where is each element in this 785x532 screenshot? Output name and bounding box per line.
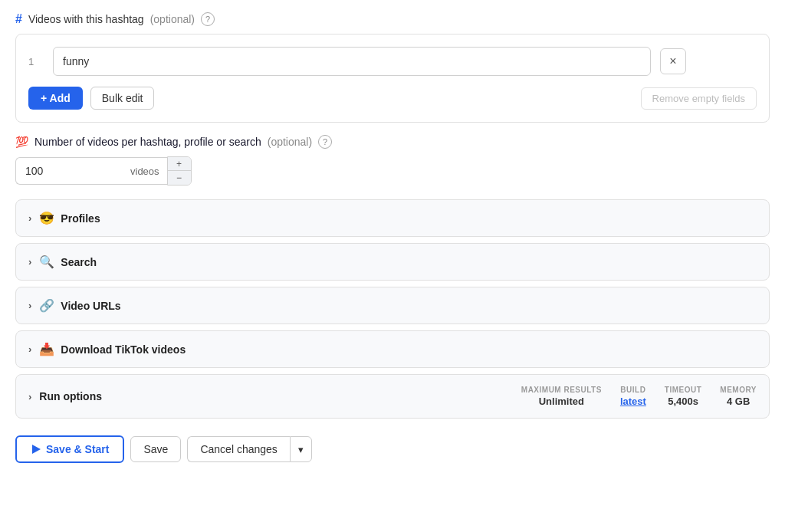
save-start-button[interactable]: Save & Start (15, 435, 124, 463)
save-start-label: Save & Start (46, 443, 109, 455)
section-title-3: Download TikTok videos (61, 343, 186, 356)
save-button[interactable]: Save (130, 436, 181, 462)
svg-marker-0 (32, 445, 41, 454)
action-bar: Save & Start Save Cancel changes ▾ (15, 432, 770, 463)
count-spinners: + − (167, 156, 192, 186)
hashtag-optional-label: (optional) (150, 13, 195, 25)
meta-item-memory: MEMORY 4 GB (720, 386, 757, 407)
meta-item-timeout: TIMEOUT 5,400s (665, 386, 702, 407)
run-options-section: › Run options MAXIMUM RESULTS Unlimited … (15, 374, 770, 419)
hashtag-row: 1 × (28, 47, 757, 76)
meta-value: 4 GB (727, 396, 750, 407)
collapsible-section-download-tiktok-videos: › 📥 Download TikTok videos (15, 330, 770, 368)
section-emoji-2: 🔗 (39, 298, 54, 313)
bulk-edit-button[interactable]: Bulk edit (90, 87, 155, 110)
collapsible-header-0[interactable]: › 😎 Profiles (16, 200, 769, 236)
count-input[interactable] (15, 157, 123, 185)
collapsible-section-video-urls: › 🔗 Video URLs (15, 287, 770, 324)
collapsible-header-2[interactable]: › 🔗 Video URLs (16, 287, 769, 323)
run-options-header[interactable]: › Run options MAXIMUM RESULTS Unlimited … (16, 375, 769, 418)
count-decrement-button[interactable]: − (168, 171, 191, 185)
meta-value[interactable]: latest (620, 396, 646, 407)
section-emoji-3: 📥 (39, 342, 54, 356)
videos-count-label: Number of videos per hashtag, profile or… (34, 136, 261, 148)
cancel-dropdown-button[interactable]: ▾ (290, 436, 312, 462)
collapsible-section-search: › 🔍 Search (15, 243, 770, 281)
chevron-icon-0: › (28, 212, 31, 224)
hash-icon: # (15, 12, 22, 26)
section-title-1: Search (61, 256, 97, 268)
play-icon (31, 444, 41, 455)
videos-count-section: 💯 Number of videos per hashtag, profile … (15, 135, 770, 186)
hashtag-input[interactable] (53, 47, 651, 76)
meta-value: 5,400s (668, 396, 698, 407)
videos-count-emoji: 💯 (15, 136, 28, 148)
count-unit-label: videos (123, 157, 167, 185)
cancel-group: Cancel changes ▾ (187, 436, 311, 462)
chevron-icon-2: › (28, 300, 31, 311)
cancel-button[interactable]: Cancel changes (187, 436, 289, 462)
hashtag-section-header: # Videos with this hashtag (optional) ? (15, 12, 770, 26)
collapsible-section-profiles: › 😎 Profiles (15, 199, 770, 237)
add-hashtag-button[interactable]: + Add (28, 87, 83, 110)
meta-label: TIMEOUT (665, 386, 702, 394)
row-number: 1 (28, 56, 44, 67)
hashtag-card: 1 × + Add Bulk edit Remove empty fields (15, 34, 770, 123)
meta-label: MAXIMUM RESULTS (521, 386, 602, 394)
section-emoji-1: 🔍 (39, 255, 54, 269)
run-options-meta: MAXIMUM RESULTS Unlimited BUILD latest T… (521, 386, 757, 407)
count-input-row: videos + − (15, 156, 770, 186)
run-options-chevron-icon: › (28, 391, 31, 402)
chevron-icon-1: › (28, 256, 31, 268)
videos-count-header: 💯 Number of videos per hashtag, profile … (15, 135, 770, 149)
collapsible-header-3[interactable]: › 📥 Download TikTok videos (16, 331, 769, 367)
hashtag-help-icon[interactable]: ? (201, 12, 215, 26)
meta-item-build: BUILD latest (620, 386, 646, 407)
run-options-title: Run options (39, 390, 102, 402)
meta-label: BUILD (620, 386, 645, 394)
section-emoji-0: 😎 (39, 211, 54, 225)
hashtag-buttons-row: + Add Bulk edit Remove empty fields (28, 87, 757, 110)
count-increment-button[interactable]: + (168, 157, 191, 171)
chevron-icon-3: › (28, 343, 31, 355)
hashtag-section-title: Videos with this hashtag (28, 13, 144, 25)
videos-count-optional: (optional) (268, 136, 312, 148)
videos-count-help-icon[interactable]: ? (318, 135, 332, 149)
remove-empty-button[interactable]: Remove empty fields (641, 87, 757, 110)
collapsible-sections-container: › 😎 Profiles › 🔍 Search › 🔗 Video URLs ›… (15, 199, 770, 368)
remove-hashtag-button[interactable]: × (660, 48, 686, 74)
section-title-0: Profiles (61, 212, 100, 225)
meta-item-maximum-results: MAXIMUM RESULTS Unlimited (521, 386, 602, 407)
section-title-2: Video URLs (61, 300, 120, 312)
collapsible-header-1[interactable]: › 🔍 Search (16, 244, 769, 280)
meta-value: Unlimited (539, 396, 584, 407)
meta-label: MEMORY (720, 386, 757, 394)
